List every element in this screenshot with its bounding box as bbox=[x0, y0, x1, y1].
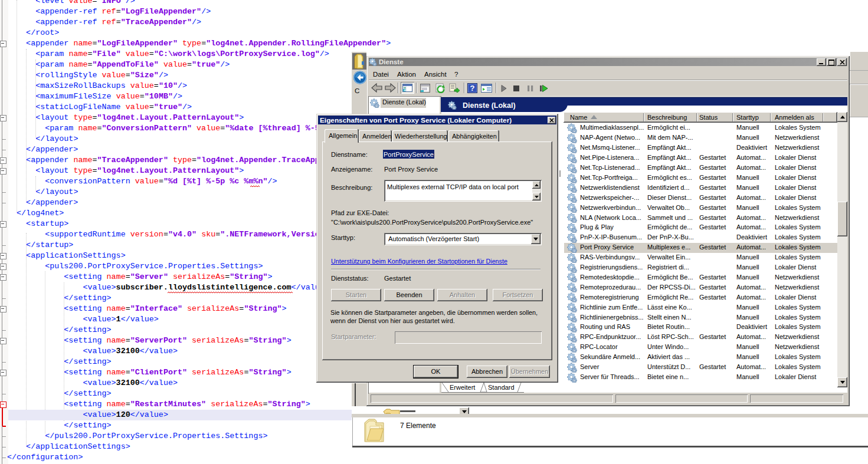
svg-text:?: ? bbox=[470, 84, 475, 93]
